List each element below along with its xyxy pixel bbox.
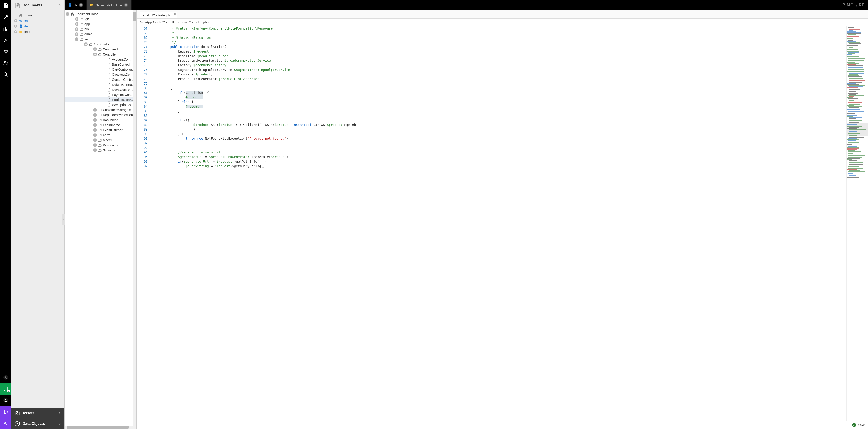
save-button[interactable]: Save — [858, 423, 865, 427]
accordion-assets-header[interactable]: Assets — [11, 408, 64, 419]
filetree-node[interactable]: AccountController. — [65, 57, 136, 62]
tree-collapse-icon[interactable] — [93, 53, 97, 56]
folder-icon — [19, 30, 23, 34]
accordion-dataobjects-title: Data Objects — [23, 422, 55, 426]
sidebar-chat-icon[interactable]: 3 — [0, 383, 11, 395]
fold-column[interactable] — [150, 26, 153, 421]
filetree-node[interactable]: src — [65, 37, 136, 42]
filetree-node[interactable]: NewsController.ph — [65, 87, 136, 92]
filetree-node[interactable]: CustomerManagement — [65, 107, 136, 112]
tree-expand-icon[interactable] — [93, 138, 97, 142]
sidebar-wrench-icon[interactable] — [0, 11, 11, 23]
doc-item-de[interactable]: de — [12, 23, 64, 29]
tree-collapse-icon[interactable] — [84, 42, 88, 46]
tab-close-icon[interactable]: ✕ — [124, 3, 128, 7]
sidebar-users-icon[interactable] — [0, 57, 11, 69]
sidebar-search-icon[interactable] — [0, 69, 11, 80]
tree-expand-icon[interactable] — [93, 148, 97, 152]
tree-expand-icon[interactable] — [75, 32, 79, 36]
filetree-node[interactable]: Document Root — [65, 11, 136, 16]
tab-de[interactable]: de ✕ — [65, 0, 87, 10]
filetree-node[interactable]: EventListener — [65, 128, 136, 133]
filetree-node[interactable]: DefaultController.p — [65, 82, 136, 87]
filetree-node[interactable]: DependencyInjection — [65, 112, 136, 118]
filetree-node[interactable]: Controller — [65, 52, 136, 57]
camera-icon — [14, 410, 20, 416]
svg-point-5 — [3, 375, 8, 380]
plus-icon[interactable] — [14, 24, 18, 28]
filetree-node[interactable]: PaymentController — [65, 92, 136, 97]
filetree-node[interactable]: AppBundle — [65, 42, 136, 47]
tab-server-file-explorer[interactable]: Server File Explorer ✕ — [87, 0, 131, 10]
filetree-node[interactable]: Command — [65, 47, 136, 52]
home-icon — [19, 13, 23, 17]
filetree-node[interactable]: app — [65, 22, 136, 27]
filetree-label: Model — [103, 138, 112, 142]
filetree-label: CheckoutControlle — [112, 73, 135, 76]
tree-collapse-icon[interactable] — [66, 12, 69, 16]
tree-expand-icon[interactable] — [75, 22, 79, 26]
filetree-node[interactable]: BaseController.php — [65, 62, 136, 67]
plus-icon[interactable] — [14, 30, 18, 33]
filetree-node[interactable]: Web2printControll — [65, 102, 136, 107]
filetree-label: AppBundle — [94, 42, 110, 46]
doc-item-en[interactable]: en — [12, 18, 64, 23]
filetree-node[interactable]: Form — [65, 133, 136, 138]
filetree-node[interactable]: Ecommerce — [65, 123, 136, 128]
code-editor[interactable]: 6768697071727374757677787980818283848586… — [137, 26, 846, 421]
tab-close-icon[interactable]: ✕ — [79, 3, 83, 7]
filetree-node[interactable]: dump — [65, 32, 136, 37]
tree-expand-icon[interactable] — [93, 47, 97, 51]
accordion-documents-header[interactable]: Documents — [11, 0, 64, 10]
filetree-node[interactable]: ProductController. — [65, 97, 136, 102]
tree-expand-icon[interactable] — [75, 17, 79, 21]
filetree-node[interactable]: CheckoutControlle — [65, 72, 136, 77]
sidebar-cart-icon[interactable] — [0, 46, 11, 57]
filetree-vscrollbar[interactable] — [133, 10, 136, 429]
editor-tab-product-controller[interactable]: ProductController.php ✕ — [140, 12, 177, 19]
tree-expand-icon[interactable] — [93, 113, 97, 117]
tree-collapse-icon[interactable] — [75, 37, 79, 41]
tree-expand-icon[interactable] — [93, 143, 97, 147]
sidebar-file-icon[interactable] — [0, 0, 11, 11]
main-area: de ✕ Server File Explorer ✕ PIMCRE ◀ Doc… — [65, 0, 868, 429]
doc-item-print[interactable]: print — [12, 29, 64, 34]
sidebar-symfony-icon[interactable] — [0, 372, 11, 383]
sidebar-gear-icon[interactable] — [0, 34, 11, 46]
filetree-node[interactable]: ContentController. — [65, 77, 136, 82]
filetree-label: Web2printControll — [112, 103, 135, 107]
filetree-node[interactable]: bin — [65, 27, 136, 32]
filetree-node[interactable]: .git — [65, 16, 136, 22]
code-lines[interactable]: * @return \Symfony\Component\HttpFoundat… — [153, 26, 846, 421]
doc-item-home[interactable]: Home — [12, 12, 64, 18]
collapse-handle[interactable]: ◀ — [62, 214, 65, 225]
tree-expand-icon[interactable] — [93, 108, 97, 112]
filetree-node[interactable]: Document — [65, 118, 136, 123]
line-number-gutter: 6768697071727374757677787980818283848586… — [137, 26, 150, 421]
cube-icon — [14, 421, 20, 427]
editor-tab-label: ProductController.php — [143, 13, 172, 17]
filetree-node[interactable]: CartController.php — [65, 67, 136, 72]
filetree-label: AccountController. — [112, 58, 135, 61]
filetree-node[interactable]: Model — [65, 138, 136, 143]
accordion-dataobjects-header[interactable]: Data Objects — [11, 419, 64, 429]
filetree-node[interactable]: Services — [65, 148, 136, 153]
tree-expand-icon[interactable] — [93, 118, 97, 122]
sidebar-chart-icon[interactable] — [0, 23, 11, 34]
plus-icon[interactable] — [14, 19, 18, 23]
filetree-label: CartController.php — [112, 68, 135, 71]
top-tabbar: de ✕ Server File Explorer ✕ PIMCRE — [65, 0, 868, 10]
sidebar-user-icon[interactable] — [0, 395, 11, 406]
editor-tab-close-icon[interactable]: ✕ — [174, 12, 176, 15]
tree-expand-icon[interactable] — [93, 128, 97, 132]
filetree-node[interactable]: Resources — [65, 143, 136, 148]
filetree-hscrollbar[interactable] — [65, 426, 136, 429]
sidebar-infinity-icon[interactable] — [0, 418, 11, 429]
tree-expand-icon[interactable] — [93, 133, 97, 137]
sidebar-logout-icon[interactable] — [0, 406, 11, 418]
minimap[interactable] — [846, 26, 868, 421]
tree-expand-icon[interactable] — [93, 123, 97, 127]
tree-expand-icon[interactable] — [75, 27, 79, 31]
accordion-documents-body: Home en de print — [11, 10, 64, 408]
filetree-label: NewsController.ph — [112, 88, 135, 92]
